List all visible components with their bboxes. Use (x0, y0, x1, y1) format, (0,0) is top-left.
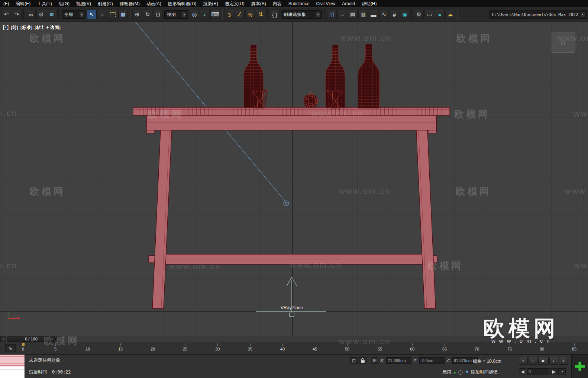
window-crossing-icon[interactable]: ▦ (118, 10, 128, 19)
table-model[interactable] (133, 107, 450, 308)
project-folder-path[interactable]: C:\Users\Han\Documents\3ds Max 2022▾ (489, 10, 587, 19)
align-icon[interactable]: ⇔ (337, 10, 347, 19)
bottle-model-3[interactable] (358, 44, 379, 108)
menu-scripting[interactable]: 脚本(S) (248, 0, 269, 7)
render-production-icon[interactable]: ● (435, 10, 445, 19)
menu-substance[interactable]: Substance (285, 0, 313, 7)
glass-model-2[interactable] (327, 89, 343, 108)
toolbar-sep-6 (324, 9, 325, 20)
y-label: Y: (413, 358, 417, 363)
use-pivot-center-icon[interactable]: ◎ (190, 10, 199, 19)
percent-snap-icon[interactable]: % (245, 10, 255, 19)
menu-arnold[interactable]: Arnold (339, 0, 358, 7)
go-to-end-button[interactable]: » (559, 357, 568, 365)
selection-filter-dropdown[interactable]: 全部▾ (62, 10, 85, 19)
unlink-selection-icon[interactable]: ⊘ (36, 10, 46, 19)
curve-editor-icon[interactable]: ∿ (379, 10, 389, 19)
time-config-button[interactable]: ◔ (558, 368, 566, 375)
maxscript-mini-listener[interactable] (0, 355, 25, 378)
mirror-icon[interactable]: ◫ (327, 10, 337, 19)
menu-edit[interactable]: 编辑(E) (12, 0, 34, 7)
viewport-front[interactable]: VRayPlane [+][前][标准][粘土 + 边面] ⌂ (0, 22, 588, 336)
render-setup-icon[interactable]: ⚙ (414, 10, 424, 19)
enable-indicator-off[interactable]: ◯ (458, 370, 463, 375)
material-editor-icon[interactable]: ◉ (400, 10, 410, 19)
isolate-selection-button[interactable]: ◻ (350, 357, 358, 364)
add-time-tag-button[interactable]: 添加时间标记 (471, 369, 498, 375)
timeline-ruler[interactable]: ∿ 0510152025303540455055606570758085 (0, 342, 588, 355)
spinner-snap-icon[interactable]: ⇅ (256, 10, 265, 19)
previous-frame-button[interactable]: ‹ (529, 357, 537, 365)
mini-listener-macro-pane[interactable] (0, 355, 25, 366)
viewcube[interactable]: ⌂ (551, 32, 575, 53)
play-button[interactable]: ▶ (538, 357, 549, 365)
mini-curve-editor-button[interactable]: ∿ (5, 344, 16, 352)
edit-named-selection-icon[interactable]: { } (270, 10, 280, 19)
menu-views[interactable]: 视图(V) (73, 0, 94, 7)
go-to-start-button[interactable]: « (519, 357, 528, 365)
undo-icon[interactable]: ↶ (1, 10, 11, 19)
bind-to-space-warp-icon[interactable]: ≋ (47, 10, 56, 19)
menu-rendering[interactable]: 渲染(R) (200, 0, 222, 7)
layer-explorer-icon[interactable]: ▥ (358, 10, 368, 19)
viewport-label-seg-2[interactable]: [标准] (20, 25, 32, 31)
select-and-manipulate-icon[interactable]: + (200, 10, 210, 19)
prev-key-button[interactable]: ◀ (519, 368, 526, 375)
menu-modifiers[interactable]: 修改器(M) (116, 0, 143, 7)
select-by-name-icon[interactable]: ≡ (97, 10, 107, 19)
keyboard-override-icon[interactable]: ⌨ (210, 10, 220, 19)
menu-content[interactable]: 内容 (269, 0, 285, 7)
menu-help[interactable]: 帮助(H) (358, 0, 380, 7)
menu-group[interactable]: 组(G) (55, 0, 73, 7)
select-and-scale-icon[interactable]: ⊡ (153, 10, 163, 19)
named-selection-dropdown[interactable]: 创建选择集▾ (281, 10, 322, 19)
coordinate-display: ⊞ X: Y: Z: (371, 357, 478, 364)
angle-snap-icon[interactable]: ∠ (235, 10, 245, 19)
scene-explorer-icon[interactable]: ▤ (348, 10, 358, 19)
menu-animation[interactable]: 动画(A) (143, 0, 165, 7)
viewport-label-seg-0[interactable]: [+] (3, 25, 9, 31)
select-and-link-icon[interactable]: ∞ (26, 10, 36, 19)
select-object-icon[interactable]: ↖ (87, 10, 97, 19)
main-toolbar: ↶↷∞⊘≋全部▾↖≡▦⊕↻⊡视图▾◎+⌨3∠%⇅{ }创建选择集▾◫⇔▤▥▬∿#… (0, 7, 588, 22)
rendered-frame-window-icon[interactable]: ▭ (424, 10, 434, 19)
menu-graph-editors[interactable]: 图形编辑器(D) (165, 0, 200, 7)
enable-indicator-on[interactable]: ● (453, 370, 456, 375)
ribbon-toggle-icon[interactable]: ▬ (369, 10, 378, 19)
rectangular-selection-icon[interactable] (108, 10, 117, 19)
reference-coordinate-dropdown[interactable]: 视图▾ (164, 10, 188, 19)
vrayplane-gizmo[interactable]: VRayPlane (256, 277, 326, 317)
mini-listener-script-pane[interactable] (0, 366, 25, 378)
ruler-tick-85: 85 (574, 343, 575, 346)
menu-tools[interactable]: 工具(T) (34, 0, 55, 7)
lock-icon (361, 360, 365, 363)
snap-toggle-icon[interactable]: 3 (224, 10, 234, 19)
menu-customize[interactable]: 自定义(U) (222, 0, 248, 7)
time-slider-handle[interactable]: 0 / 100 (7, 336, 56, 342)
frame-step-controls: ◀ ▶ ◔ (519, 368, 566, 375)
schematic-view-icon[interactable]: # (390, 10, 399, 19)
green-plus-button[interactable] (571, 355, 588, 378)
y-coordinate-field[interactable] (419, 357, 445, 364)
frame-number-field[interactable] (527, 368, 549, 375)
viewport-label-seg-1[interactable]: [前] (11, 25, 18, 31)
select-and-rotate-icon[interactable]: ↻ (143, 10, 152, 19)
select-and-move-icon[interactable]: ⊕ (132, 10, 142, 19)
ruler-tick-45: 45 (315, 343, 315, 346)
menu-file[interactable]: (F) (0, 0, 12, 7)
time-slider-prev-button[interactable]: ‹ (0, 336, 6, 342)
next-key-button[interactable]: ▶ (550, 368, 558, 375)
x-coordinate-field[interactable] (386, 357, 411, 364)
next-frame-button[interactable]: › (549, 357, 558, 365)
selection-lock-button[interactable] (359, 357, 366, 364)
menu-create[interactable]: 创建(C) (94, 0, 116, 7)
ruler-tick-30: 30 (217, 343, 218, 346)
glass-model-1[interactable] (252, 89, 268, 108)
tomato-model[interactable] (304, 91, 318, 108)
menu-civil-view[interactable]: Civil View (313, 0, 339, 7)
absolute-mode-button[interactable]: ⊞ (371, 357, 378, 364)
redo-icon[interactable]: ↷ (12, 10, 22, 19)
render-in-cloud-icon[interactable]: ☁ (445, 10, 455, 19)
viewport-label-seg-3[interactable]: [粘土 + 边面] (35, 25, 61, 31)
time-slider-next-button[interactable]: › (56, 336, 62, 342)
